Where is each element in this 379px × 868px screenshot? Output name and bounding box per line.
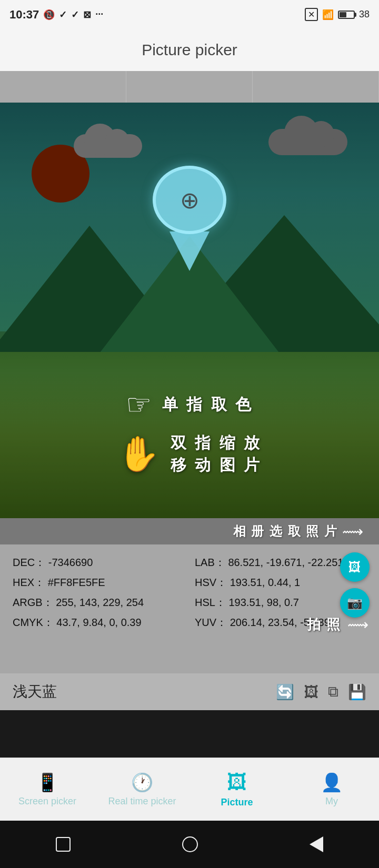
android-nav-bar <box>0 821 379 868</box>
hex-value: #FF8FE5FE <box>48 577 105 588</box>
battery-icon <box>338 11 355 19</box>
notification-icon: ⊠ <box>83 9 91 21</box>
bottom-nav: 📱 Screen picker 🕐 Real time picker 🖼 Pic… <box>0 758 379 821</box>
hsv-value: 193.51, 0.44, 1 <box>230 577 300 588</box>
nav-item-my[interactable]: 👤 My <box>284 772 379 807</box>
thumbnail-3[interactable] <box>253 71 379 103</box>
take-photo-label: 拍 照 <box>307 615 341 634</box>
status-indicators: ✕ 📶 38 <box>305 8 370 21</box>
album-select-area[interactable]: 相 册 选 取 照 片 ⟿ <box>0 518 379 544</box>
realtime-picker-label: Real time picker <box>108 796 176 807</box>
argb-info: ARGB： 255, 143, 229, 254 <box>13 594 184 611</box>
lab-value: 86.521, -19.671, -22.251 <box>228 557 343 568</box>
instruction-row-2: ✋ 双 指 缩 放 移 动 图 片 <box>117 432 262 476</box>
hsl-value: 193.51, 98, 0.7 <box>228 597 298 608</box>
status-time: 10:37 📵 ✓ ✓ ⊠ ··· <box>9 8 103 22</box>
image-area[interactable]: ☞ 单 指 取 色 ✋ 双 指 缩 放 移 动 图 片 <box>0 103 379 518</box>
nav-item-screen-picker[interactable]: 📱 Screen picker <box>0 772 95 807</box>
lab-label: LAB： <box>195 557 225 568</box>
back-button[interactable] <box>310 836 323 852</box>
hsl-label: HSL： <box>195 597 226 608</box>
app-header: Picture picker <box>0 29 379 71</box>
screen-picker-icon: 📱 <box>36 772 58 793</box>
dec-info: DEC： -7346690 <box>13 554 184 571</box>
pin-circle <box>153 166 226 234</box>
take-photo-arrow: ⟿ <box>347 616 368 633</box>
copy-icon[interactable]: ⧉ <box>328 683 338 701</box>
argb-label: ARGB： <box>13 597 53 608</box>
time-display: 10:37 <box>9 8 39 22</box>
thumbnail-strip <box>0 71 379 103</box>
picture-label: Picture <box>221 797 253 808</box>
hex-label: HEX： <box>13 577 45 588</box>
nav-item-realtime-picker[interactable]: 🕐 Real time picker <box>95 772 190 807</box>
my-icon: 👤 <box>321 772 343 793</box>
fab-stack: 🖼 📷 <box>340 552 370 618</box>
hsv-label: HSV： <box>195 577 227 588</box>
color-picker-pin <box>147 166 232 271</box>
single-finger-icon: ☞ <box>126 388 152 421</box>
yuv-label: YUV： <box>195 617 227 628</box>
instruction-row-1: ☞ 单 指 取 色 <box>126 388 253 421</box>
argb-value: 255, 143, 229, 254 <box>56 597 144 608</box>
dec-label: DEC： <box>13 557 45 568</box>
color-action-icons: 🔄 🖼 ⧉ 💾 <box>276 683 366 701</box>
wifi-icon: 📶 <box>322 9 334 21</box>
check-icon-2: ✓ <box>71 9 79 21</box>
x-icon: ✕ <box>305 8 318 21</box>
recent-apps-button[interactable] <box>56 837 71 852</box>
battery-level: 38 <box>359 9 370 20</box>
instruction-area: ☞ 单 指 取 色 ✋ 双 指 缩 放 移 动 图 片 <box>84 388 295 476</box>
color-info-area: DEC： -7346690 LAB： 86.521, -19.671, -22.… <box>0 544 379 673</box>
my-label: My <box>325 796 338 807</box>
crosshair-icon <box>176 187 203 213</box>
nav-item-picture[interactable]: 🖼 Picture <box>190 771 284 808</box>
signal-icon: 📵 <box>43 9 55 21</box>
picture-icon: 🖼 <box>227 771 247 794</box>
thumbnail-1[interactable] <box>0 71 126 103</box>
take-photo-area: 拍 照 ⟿ <box>307 615 368 634</box>
screen-picker-label: Screen picker <box>18 796 76 807</box>
refresh-icon[interactable]: 🔄 <box>276 683 294 701</box>
cmyk-info: CMYK： 43.7, 9.84, 0, 0.39 <box>13 614 184 631</box>
cmyk-label: CMYK： <box>13 617 54 628</box>
gallery-button[interactable]: 🖼 <box>340 552 370 582</box>
cmyk-value: 43.7, 9.84, 0, 0.39 <box>56 617 141 628</box>
color-name-bar: 浅天蓝 🔄 🖼 ⧉ 💾 <box>0 673 379 710</box>
hex-info: HEX： #FF8FE5FE <box>13 574 184 591</box>
thumbnail-2[interactable] <box>126 71 253 103</box>
check-icon-1: ✓ <box>59 9 67 21</box>
two-finger-icon: ✋ <box>117 434 160 474</box>
pin-tail <box>169 231 210 271</box>
instruction-text-multi: 双 指 缩 放 移 动 图 片 <box>171 432 262 476</box>
album-arrow-icon: ⟿ <box>342 523 363 540</box>
save-icon[interactable]: 💾 <box>348 683 366 701</box>
color-name-display: 浅天蓝 <box>13 682 57 702</box>
pin-outer <box>147 166 232 271</box>
app-title: Picture picker <box>142 41 237 59</box>
more-icon: ··· <box>95 9 103 20</box>
home-button[interactable] <box>182 836 198 852</box>
camera-button[interactable]: 📷 <box>340 588 370 618</box>
instruction-text-1: 单 指 取 色 <box>162 394 253 416</box>
instruction-text-2: 双 指 缩 放 <box>171 432 262 454</box>
realtime-picker-icon: 🕐 <box>131 772 153 793</box>
instruction-text-3: 移 动 图 片 <box>171 454 262 476</box>
dec-value: -7346690 <box>48 557 93 568</box>
image-share-icon[interactable]: 🖼 <box>304 683 318 701</box>
status-bar: 10:37 📵 ✓ ✓ ⊠ ··· ✕ 📶 38 <box>0 0 379 29</box>
album-select-text[interactable]: 相 册 选 取 照 片 <box>233 523 338 540</box>
